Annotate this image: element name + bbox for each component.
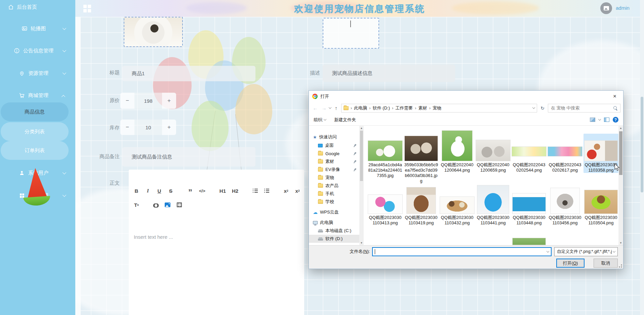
file-item[interactable]: QQ截图20230301103432.png [440,186,475,226]
clear-format-icon[interactable]: Tx [134,201,139,209]
subscript-icon[interactable]: x2 [283,187,289,194]
nav-desktop[interactable]: 桌面 [309,141,359,149]
nav-pets[interactable]: 宠物 [309,174,359,182]
price-increase-button[interactable]: + [162,93,176,109]
change-view-icon[interactable] [590,118,595,122]
strikethrough-icon[interactable]: S [168,187,173,194]
file-list-scrollbar[interactable]: ▲ ▼ [618,126,623,245]
file-item[interactable]: QQ截图20220430202544.png [512,134,547,173]
nav-school[interactable]: 学校 [309,198,359,206]
filename-input[interactable] [372,247,552,256]
bullet-list-icon[interactable] [264,187,269,194]
search-input[interactable]: 在 宠物 中搜索 [548,104,620,113]
dialog-titlebar[interactable]: 打开 × [309,91,623,102]
product-image-preview[interactable] [124,17,183,47]
ordered-list-icon[interactable] [252,187,258,194]
avatar[interactable] [600,2,612,14]
file-item-selected[interactable]: QQ截图20230301103358.png [583,134,618,173]
file-item[interactable]: 359b033b5bb5c9ea7f5ed3c7dd39b6003af3b361… [404,134,439,184]
dialog-close-button[interactable]: × [610,93,620,100]
sidebar-item-announcements[interactable]: 公告信息管理 [0,46,67,56]
page-scrollbar[interactable] [640,0,644,315]
blockquote-icon[interactable]: ” [188,187,193,194]
insert-video-icon[interactable] [176,201,182,209]
file-item[interactable]: QQ截图20230301103504.png [583,186,618,226]
breadcrumb-drive-d[interactable]: 软件 (D:) [373,105,390,111]
stock-increase-button[interactable]: + [162,120,176,135]
nav-this-pc[interactable]: 此电脑 [309,219,359,227]
address-dropdown-icon[interactable] [532,106,535,109]
title-input[interactable]: 商品1 [122,66,255,81]
code-icon[interactable]: </> [199,187,205,194]
sidebar-item-resources[interactable]: 资源管理 [0,68,67,78]
page-scrollbar-thumb[interactable] [641,97,643,192]
italic-icon[interactable]: I [145,187,151,194]
superscript-icon[interactable]: x2 [295,187,300,194]
up-icon[interactable]: ↑ [332,105,340,111]
price-value[interactable]: 198 [134,93,162,109]
preview-pane-icon[interactable] [604,118,609,122]
file-item[interactable]: QQ截图20230301103413.png [368,186,403,226]
refresh-icon[interactable]: ↻ [538,105,547,111]
filename-dropdown-icon[interactable] [547,250,549,253]
scroll-down-icon[interactable]: ▼ [618,241,623,244]
file-item[interactable]: QQ截图20220430202617.png [548,134,582,173]
nav-wps-cloud[interactable]: ☁WPS云盘 [309,208,359,216]
nav-quick-access[interactable]: ★快速访问 [309,133,359,141]
description-input[interactable]: 测试商品描述信息 [323,64,455,82]
sidebar-item-product-info[interactable]: 商品信息 [1,102,69,121]
file-item[interactable]: QQ截图20220401200644.png [440,134,475,173]
scroll-up-icon[interactable]: ▲ [618,127,623,130]
breadcrumb-pets[interactable]: 宠物 [433,105,441,111]
file-item[interactable]: QQ截图20230301103456.png [548,186,582,226]
breadcrumb[interactable]: › 此电脑 › 软件 (D:) › 工作需要 › 素材 › 宠物 [341,104,537,113]
heading2-icon[interactable]: H2 [232,187,238,194]
back-icon[interactable]: ← [312,105,319,111]
file-item[interactable]: 29acd45a1cbd4a81a21b4a2244017355.jpg [368,134,403,178]
nav-drive-d[interactable]: 软件 (D:) [309,235,359,243]
cancel-button[interactable]: 取消 [594,259,618,268]
breadcrumb-material[interactable]: 素材 [418,105,427,111]
nav-ev-recording[interactable]: EV录像 [309,166,359,174]
heading1-icon[interactable]: H1 [219,187,226,194]
scroll-up-icon[interactable]: ▲ [359,127,364,130]
underline-icon[interactable]: U [157,187,162,194]
nav-drive-c[interactable]: 本地磁盘 (C:) [309,227,359,235]
stock-value[interactable]: 10 [134,120,162,135]
view-dropdown-icon[interactable] [598,118,601,121]
nav-scrollbar-thumb[interactable] [360,131,363,181]
resize-grip[interactable] [619,264,622,268]
sidebar-item-mall[interactable]: 商城管理 [0,90,67,100]
open-button[interactable]: 打开(O) [556,259,585,268]
breadcrumb-work[interactable]: 工作需要 [395,105,413,111]
sidebar-item-order-list[interactable]: 订单列表 [1,141,69,160]
editor-placeholder[interactable]: Insert text here ... [134,234,173,240]
file-item[interactable]: QQ截图20230301103448.png [512,186,547,226]
scroll-down-icon[interactable]: ▼ [359,241,364,244]
new-folder-button[interactable]: 新建文件夹 [334,117,356,123]
sidebar-item-carousel[interactable]: 轮播图 [0,24,67,34]
sidebar-item-home[interactable]: 后台首页 [8,4,37,10]
history-chevron-icon[interactable] [329,106,331,109]
organize-button[interactable]: 组织 [314,117,326,123]
nav-agriculture[interactable]: 农产品 [309,182,359,190]
link-icon[interactable] [153,201,159,209]
sidebar-item-category-list[interactable]: 分类列表 [1,122,69,141]
stock-decrease-button[interactable]: − [120,120,134,135]
forward-icon[interactable]: → [320,105,328,111]
file-item[interactable]: QQ截图20220401200659.png [476,134,511,173]
price-decrease-button[interactable]: − [120,93,134,109]
breadcrumb-this-pc[interactable]: 此电脑 [354,105,367,111]
bold-icon[interactable]: B [134,187,139,194]
nav-material[interactable]: 素材 [309,158,359,166]
file-item[interactable]: QQ截图20230301103441.png [476,186,511,226]
filetype-select[interactable]: 自定义文件 (*.png;*.gif;*.jfif;*.j [554,247,618,256]
nav-phone[interactable]: 手机 [309,190,359,198]
file-item[interactable]: QQ截图20230301103419.png [404,186,439,226]
help-icon[interactable]: ? [613,117,618,123]
insert-image-icon[interactable] [165,201,170,209]
note-input[interactable]: 测试商品备注信息 [122,147,255,167]
file-thumbnail-partial[interactable] [512,238,546,245]
image-upload-dropzone[interactable] [323,18,379,49]
nav-google[interactable]: Google [309,149,359,158]
